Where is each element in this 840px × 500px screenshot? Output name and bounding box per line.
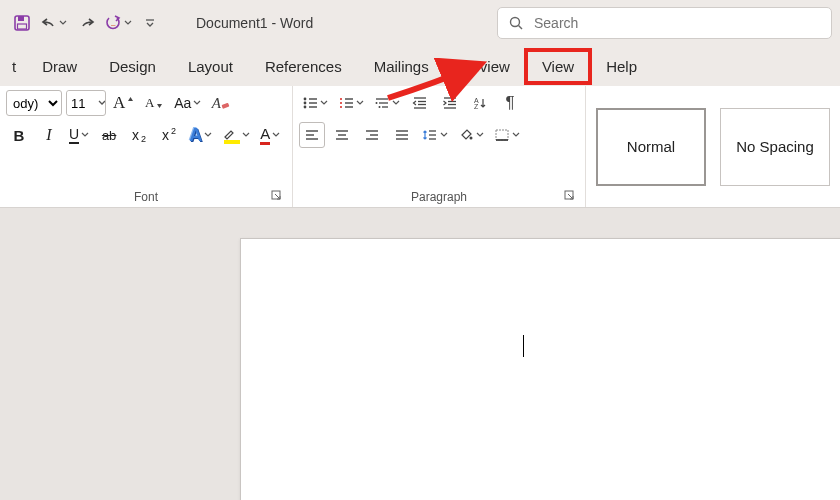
svg-point-13 [304, 106, 307, 109]
line-spacing-button[interactable] [419, 122, 451, 148]
justify-icon [394, 128, 410, 142]
tab-references[interactable]: References [249, 50, 358, 83]
subscript-button[interactable]: x2 [126, 122, 152, 148]
numbering-icon [338, 96, 354, 110]
styles-group: Normal No Spacing [586, 86, 840, 207]
bullets-button[interactable] [299, 90, 331, 116]
align-center-icon [334, 128, 350, 142]
document-page[interactable] [240, 238, 840, 500]
tab-view[interactable]: View [526, 50, 590, 83]
font-color-button[interactable]: A [257, 122, 283, 148]
style-no-spacing[interactable]: No Spacing [720, 108, 830, 186]
decrease-font-size-button[interactable]: A [141, 90, 167, 116]
justify-button[interactable] [389, 122, 415, 148]
tab-design[interactable]: Design [93, 50, 172, 83]
chevron-down-icon[interactable] [97, 98, 105, 108]
multilevel-list-button[interactable] [371, 90, 403, 116]
chevron-down-icon [59, 19, 67, 27]
chevron-down-icon [476, 131, 484, 139]
tab-layout[interactable]: Layout [172, 50, 249, 83]
tab-mailings[interactable]: Mailings [358, 50, 445, 83]
save-button[interactable] [8, 9, 36, 37]
align-center-button[interactable] [329, 122, 355, 148]
redo-button[interactable] [72, 9, 100, 37]
text-cursor [523, 335, 524, 357]
paragraph-group-label: Paragraph [411, 190, 467, 204]
text-effects-button[interactable]: A [186, 122, 215, 148]
chevron-down-icon [440, 131, 448, 139]
svg-point-5 [511, 18, 520, 27]
increase-indent-button[interactable] [437, 90, 463, 116]
paragraph-dialog-launcher[interactable] [563, 189, 577, 203]
tab-partial[interactable]: t [6, 50, 26, 83]
tab-help[interactable]: Help [590, 50, 653, 83]
search-icon [508, 15, 524, 31]
svg-text:–: – [111, 20, 116, 29]
search-box[interactable] [497, 7, 832, 39]
svg-rect-1 [18, 16, 24, 21]
font-group: ody) A A Aa A [0, 86, 293, 207]
chevron-down-icon [124, 19, 132, 27]
multilevel-icon [374, 96, 390, 110]
eraser-icon [221, 101, 231, 111]
indent-left-icon [412, 96, 428, 110]
chevron-down-icon [356, 99, 364, 107]
borders-icon [494, 128, 510, 142]
svg-rect-52 [496, 130, 508, 140]
chevron-down-icon [81, 131, 89, 139]
shading-button[interactable] [455, 122, 487, 148]
italic-button[interactable]: I [36, 122, 62, 148]
svg-rect-2 [18, 24, 27, 29]
svg-point-51 [470, 137, 473, 140]
show-hide-button[interactable]: ¶ [497, 90, 523, 116]
borders-button[interactable] [491, 122, 523, 148]
svg-point-25 [379, 106, 381, 108]
sort-icon: AZ [473, 96, 487, 110]
decrease-indent-button[interactable] [407, 90, 433, 116]
highlight-color-button[interactable] [219, 122, 253, 148]
qat-customize-button[interactable] [136, 9, 164, 37]
style-normal[interactable]: Normal [596, 108, 706, 186]
change-case-button[interactable]: Aa [171, 90, 204, 116]
ribbon: ody) A A Aa A [0, 86, 840, 208]
underline-button[interactable]: U [66, 122, 92, 148]
align-right-icon [364, 128, 380, 142]
undo-button[interactable] [40, 9, 68, 37]
indent-right-icon [442, 96, 458, 110]
clear-formatting-button[interactable]: A [208, 90, 234, 116]
font-size-input[interactable] [67, 91, 97, 115]
superscript-button[interactable]: x2 [156, 122, 182, 148]
svg-line-6 [519, 26, 523, 30]
paint-bucket-icon [458, 128, 474, 142]
tab-review[interactable]: Review [445, 50, 526, 83]
chevron-down-icon [193, 99, 201, 107]
line-spacing-icon [422, 128, 438, 142]
strikethrough-button[interactable]: ab [96, 122, 122, 148]
bullets-icon [302, 96, 318, 110]
bold-button[interactable]: B [6, 122, 32, 148]
chevron-down-icon [272, 131, 280, 139]
search-input[interactable] [532, 14, 821, 32]
align-left-button[interactable] [299, 122, 325, 148]
svg-point-11 [304, 102, 307, 105]
align-left-icon [304, 128, 320, 142]
sort-button[interactable]: AZ [467, 90, 493, 116]
workspace [0, 208, 840, 500]
font-dialog-launcher[interactable] [270, 189, 284, 203]
font-family-select[interactable]: ody) [6, 90, 62, 116]
document-title: Document1 - Word [196, 15, 313, 31]
align-right-button[interactable] [359, 122, 385, 148]
tab-draw[interactable]: Draw [26, 50, 93, 83]
titlebar: – Document1 - Word [0, 0, 840, 46]
paragraph-group: AZ ¶ [293, 86, 586, 207]
chevron-down-icon [204, 131, 212, 139]
svg-point-24 [376, 102, 378, 104]
font-group-label: Font [134, 190, 158, 204]
increase-font-size-button[interactable]: A [110, 90, 137, 116]
chevron-down-icon [392, 99, 400, 107]
chevron-down-icon [320, 99, 328, 107]
svg-text:Z: Z [474, 103, 479, 110]
chevron-down-icon [512, 131, 520, 139]
autosave-toggle[interactable]: – [104, 9, 132, 37]
numbering-button[interactable] [335, 90, 367, 116]
